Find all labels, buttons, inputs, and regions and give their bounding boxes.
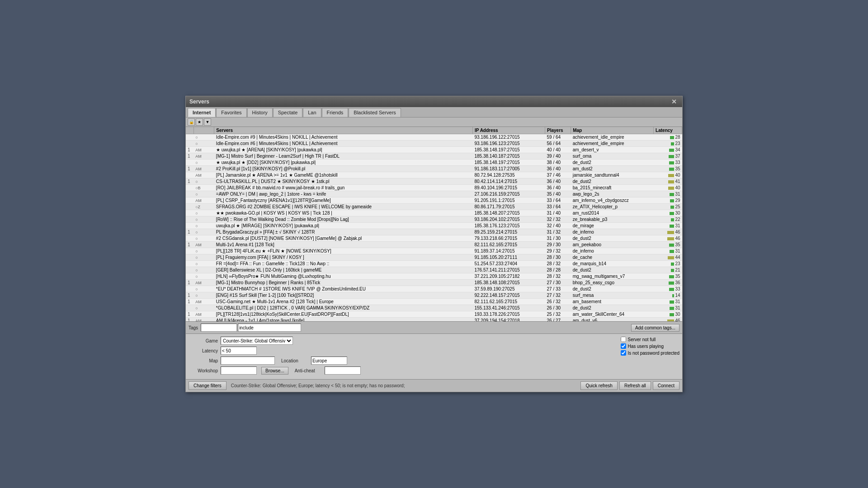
checkbox-has-users[interactable]: Has users playing xyxy=(621,343,679,349)
table-row[interactable]: ○ =AWP ONLY= | DM | awp_lego_2 | 1store … xyxy=(186,191,682,197)
checkbox-no-password[interactable]: Is not password protected xyxy=(621,350,679,356)
table-row[interactable]: 1 ○ [ENG] #1S Surf Skill [Tier 1-2] [100… xyxy=(186,292,682,299)
tab-internet[interactable]: Internet xyxy=(188,108,216,117)
row-num: 1 xyxy=(186,147,193,153)
table-row[interactable]: 1 AM ★ uwujka.pl ★ [ARENA] [SKINY/KOSY] … xyxy=(186,147,682,153)
browse-button[interactable]: Browse... xyxy=(261,367,288,375)
col-header-map[interactable]: Map xyxy=(571,127,654,134)
row-latency: 40 xyxy=(654,172,682,178)
table-row[interactable]: 1 ○ PL BrygadaGraczy.pl » [FFA] ± √ SKIN… xyxy=(186,229,682,235)
checkbox-not-full[interactable]: Server not full xyxy=(621,337,679,342)
row-players: 32 / 32 xyxy=(545,216,571,223)
row-ip: 185.38.148.197:27015 xyxy=(472,160,545,166)
table-row[interactable]: ○ FR =[4od]= FFA :: Fun :: GameMe :: Tic… xyxy=(186,261,682,267)
table-row[interactable]: 1 AM [MG-1] Mistro Surf | Beginner - Lea… xyxy=(186,153,682,160)
row-icons: ○ xyxy=(193,261,214,267)
tab-friends[interactable]: Friends xyxy=(322,108,349,117)
close-button[interactable]: ✕ xyxy=(670,98,679,105)
map-input[interactable] xyxy=(221,357,275,365)
table-row[interactable]: ○ ★ uwujka.pl ★ [DD2] [SKINY/KOSY] |puka… xyxy=(186,160,682,166)
refresh-all-button[interactable]: Refresh all xyxy=(619,381,651,390)
filter-toolbar-btn[interactable]: ▼ xyxy=(204,118,211,126)
row-server-name: Idle-Empire.com #9 | Minutes4Skins | NOK… xyxy=(214,134,473,141)
table-row[interactable]: ○ ★★ pwokawka-GO.pl | KOSY WS | KOSY WS … xyxy=(186,210,682,216)
table-row[interactable]: ○ *EU* DEATHMATCH # 1STORE IWS KNIFE !VI… xyxy=(186,286,682,292)
table-row[interactable]: AM [PL] CSRP_Fantastyczny [ARENA1v1][128… xyxy=(186,197,682,204)
row-ip: 185.38.148.108:27015 xyxy=(472,280,545,286)
row-latency: 34 xyxy=(654,147,682,153)
change-filters-button[interactable]: Change filters xyxy=(189,381,226,390)
tags-input[interactable] xyxy=(201,324,237,332)
table-row[interactable]: ○ [GER] Ballerswiese XL | D2-Only | 160t… xyxy=(186,267,682,273)
row-icons: ○ xyxy=(193,160,214,166)
tab-spectate[interactable]: Spectate xyxy=(273,108,302,117)
table-row[interactable]: ○ [PL][128 TR] 4FLiK.eu ★ +FLiN ★ [NOWE … xyxy=(186,248,682,254)
row-ip: 92.222.148.157:27015 xyxy=(472,292,545,299)
row-map: de_cache xyxy=(571,254,654,261)
window-title: Servers xyxy=(189,99,209,105)
tags-include[interactable] xyxy=(238,324,301,332)
table-row[interactable]: 1 AM AM [Uk]Arena - 1v1 | Am/1store [kws… xyxy=(186,318,682,322)
col-header-num[interactable] xyxy=(186,127,193,134)
row-latency: 35 xyxy=(654,166,682,172)
table-row[interactable]: 1 AM [MG-1] Mistro Bunnyhop | Beginner |… xyxy=(186,280,682,286)
row-num xyxy=(186,141,193,147)
table-row[interactable]: ○ [PL] Fraguiemy.com [FFA] | SKINY / KOS… xyxy=(186,254,682,261)
row-latency: 35 xyxy=(654,242,682,248)
row-players: 26 / 27 xyxy=(545,318,571,322)
table-row[interactable]: 1 ○ CS-ULTRASKILL.PL | DUST2 ★ SKINY/KOS… xyxy=(186,178,682,185)
latency-input[interactable] xyxy=(221,347,257,355)
table-row[interactable]: 1 AM Multi-1v1 Arena #1 [128 Tick] 82.11… xyxy=(186,242,682,248)
row-ip: 91.186.183.117:27005 xyxy=(472,166,545,172)
table-row[interactable]: 1 AM [PL][TR128]1vs1|128tick|KoSy|SkillC… xyxy=(186,311,682,318)
quick-refresh-button[interactable]: Quick refresh xyxy=(580,381,617,390)
row-map: am_dust_v6 xyxy=(571,318,654,322)
row-icons: AM xyxy=(193,153,214,160)
row-latency: 40 xyxy=(654,185,682,191)
table-row[interactable]: ○ Idle-Empire.com #6 | Minutes4Skins | N… xyxy=(186,141,682,147)
fav-toolbar-btn[interactable]: ★ xyxy=(196,118,203,126)
row-latency: 30 xyxy=(654,210,682,216)
table-row[interactable]: ○ Idle-Empire.com #9 | Minutes4Skins | N… xyxy=(186,134,682,141)
row-players: 36 / 40 xyxy=(545,185,571,191)
row-server-name: [GER] Ballerswiese XL | D2-Only | 160tic… xyxy=(214,267,473,273)
table-row[interactable]: AM [PL] Jamarskie.pl ★ ARENA >= 1v1 ★ Ga… xyxy=(186,172,682,178)
row-latency: 22 xyxy=(654,216,682,223)
table-row[interactable]: ○ [RoW] :: Rise of The Walking Dead :: Z… xyxy=(186,216,682,223)
table-row[interactable]: ○ [HLN] ∞FlyBoysPro★ FUN MultiGaming @Lu… xyxy=(186,273,682,280)
col-header-servers[interactable]: Servers xyxy=(214,127,473,134)
table-row[interactable]: ○ #2 CSGdansk.pl [DUST2] [NOWE SKINY/KOS… xyxy=(186,235,682,242)
table-row[interactable]: 1 AM #2 ProKill.pl [1v1] [SKINY/KOSY] @P… xyxy=(186,166,682,172)
col-header-icons[interactable] xyxy=(193,127,214,134)
tab-favorites[interactable]: Favorites xyxy=(216,108,246,117)
location-input[interactable] xyxy=(311,357,347,365)
table-row[interactable]: ○B [RO] JAILBREAK # bb.maivid.ro # www.j… xyxy=(186,185,682,191)
game-select[interactable]: Counter-Strike: Global Offensive xyxy=(221,337,293,345)
anticheat-input[interactable] xyxy=(325,366,361,375)
row-server-name: *EU* DEATHMATCH # 1STORE IWS KNIFE !VIP … xyxy=(214,286,473,292)
connect-button[interactable]: Connect xyxy=(653,381,679,390)
table-row[interactable]: ○ *GLOBALELITE.pl | DD2 | 128TICK , 0 VA… xyxy=(186,305,682,311)
table-row[interactable]: ○ uwujka.pl ★ [MIRAGE] [SKINY/KOSY] |puk… xyxy=(186,223,682,229)
row-server-name: [PL][TR128]1vs1|128tick|KoSy|SkillCenter… xyxy=(214,311,473,318)
col-header-players[interactable]: Players xyxy=(545,127,571,134)
row-server-name: *GLOBALELITE.pl | DD2 | 128TICK , 0 VAR|… xyxy=(214,305,473,311)
row-map: am_dust2 xyxy=(571,166,654,172)
row-ip: 80.72.94.128:27535 xyxy=(472,172,545,178)
lock-toolbar-btn[interactable]: 🔒 xyxy=(188,118,195,126)
row-players: 59 / 64 xyxy=(545,134,571,141)
row-ip: 37.209.194.154:27018 xyxy=(472,318,545,322)
server-list-container[interactable]: Servers IP Address Players Map Latency ○… xyxy=(186,127,682,321)
row-ip: 185.38.148.197:27015 xyxy=(472,147,545,153)
add-tags-button[interactable]: Add common tags... xyxy=(631,324,679,332)
row-players: 31 / 30 xyxy=(545,235,571,242)
col-header-ip[interactable]: IP Address xyxy=(472,127,545,134)
table-row[interactable]: ○Z SFRAGS.ORG #2 ZOMBIE ESCAPE | IWS KNI… xyxy=(186,204,682,210)
tab-lan[interactable]: Lan xyxy=(303,108,321,117)
col-header-latency[interactable]: Latency xyxy=(654,127,682,134)
tab-history[interactable]: History xyxy=(247,108,273,117)
tab-blacklisted[interactable]: Blacklisted Servers xyxy=(349,108,401,117)
table-row[interactable]: 1 AM USC-Gaming.net ★ Multi-1v1 Arena #2… xyxy=(186,299,682,305)
workshop-input[interactable] xyxy=(221,366,257,375)
row-players: 40 / 40 xyxy=(545,147,571,153)
